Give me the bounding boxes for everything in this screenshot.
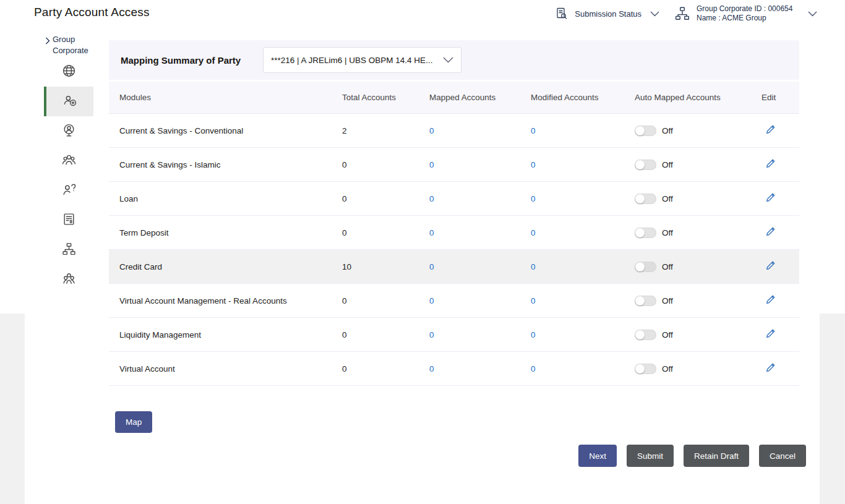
org-hierarchy-icon: [674, 6, 690, 22]
mapped-accounts-link[interactable]: 0: [429, 296, 434, 305]
mapped-accounts-link[interactable]: 0: [429, 228, 434, 237]
auto-mapped-toggle[interactable]: [635, 194, 656, 204]
table-row: Virtual Account Management - Real Accoun…: [109, 284, 799, 318]
modified-accounts-link[interactable]: 0: [531, 330, 536, 340]
table-row: Current & Savings - Conventional 2 0 0 O…: [109, 114, 799, 148]
total-accounts-value: 0: [342, 330, 429, 340]
modified-accounts-link[interactable]: 0: [531, 262, 536, 271]
total-accounts-value: 0: [342, 364, 429, 374]
column-header-auto-mapped-accounts: Auto Mapped Accounts: [635, 93, 761, 102]
module-name: Virtual Account Management - Real Accoun…: [119, 296, 342, 305]
modified-accounts-link[interactable]: 0: [531, 194, 536, 203]
auto-mapped-toggle[interactable]: [635, 262, 656, 272]
table-row: Term Deposit 0 0 0 Off: [109, 216, 799, 250]
party-selector-value: ***216 | A JRELim6 | UBS OBPM 14.4 HE...: [271, 56, 432, 65]
auto-mapped-toggle[interactable]: [635, 330, 656, 340]
sidebar-item-global[interactable]: [44, 57, 93, 87]
auto-mapped-toggle[interactable]: [635, 296, 656, 306]
submission-status-label[interactable]: Submission Status: [575, 9, 641, 19]
edit-icon[interactable]: [765, 192, 776, 203]
chevron-down-icon: [443, 57, 453, 63]
chevron-right-icon: [45, 36, 50, 47]
modified-accounts-link[interactable]: 0: [531, 160, 536, 169]
mapped-accounts-link[interactable]: 0: [429, 364, 434, 374]
submission-status-icon: [555, 7, 568, 20]
column-header-modified-accounts: Modified Accounts: [531, 93, 635, 102]
mapped-accounts-link[interactable]: 0: [429, 262, 434, 271]
total-accounts-value: 2: [342, 126, 429, 135]
chevron-down-icon[interactable]: [808, 11, 817, 17]
total-accounts-value: 0: [342, 194, 429, 203]
left-margin-strip: [0, 314, 25, 504]
footer-actions: Next Submit Retain Draft Cancel: [578, 445, 806, 467]
sidebar-item-hierarchy[interactable]: [44, 235, 93, 265]
table-header-row: Modules Total Accounts Mapped Accounts M…: [109, 82, 799, 114]
modules-table: Modules Total Accounts Mapped Accounts M…: [109, 82, 799, 386]
chevron-down-icon[interactable]: [650, 11, 659, 17]
modified-accounts-link[interactable]: 0: [531, 364, 536, 374]
auto-mapped-toggle[interactable]: [635, 364, 656, 374]
top-header: Party Account Access Submission Status: [0, 0, 845, 25]
page: Party Account Access Submission Status: [0, 0, 845, 504]
toggle-knob: [635, 126, 645, 135]
mapped-accounts-link[interactable]: 0: [429, 330, 434, 340]
sidebar-item-reports[interactable]: [44, 205, 93, 235]
table-row: Current & Savings - Islamic 0 0 0 Off: [109, 148, 799, 182]
module-name: Liquidity Management: [119, 330, 342, 340]
mapping-summary-bar: Mapping Summary of Party ***216 | A JREL…: [109, 40, 799, 80]
page-title: Party Account Access: [34, 6, 150, 19]
sidebar-item-support[interactable]: [44, 176, 93, 205]
sidebar-item-user[interactable]: [44, 116, 93, 146]
toggle-state-label: Off: [662, 364, 673, 374]
corporate-selector[interactable]: Group Corporate ID : 000654 Name : ACME …: [697, 4, 797, 23]
mapped-accounts-link[interactable]: 0: [429, 126, 434, 135]
modified-accounts-link[interactable]: 0: [531, 296, 536, 305]
edit-icon[interactable]: [765, 294, 776, 305]
edit-icon[interactable]: [765, 226, 776, 237]
column-header-total-accounts: Total Accounts: [342, 93, 429, 102]
breadcrumb-group-corporate[interactable]: Group Corporate: [45, 34, 111, 56]
sidebar: Group Corporate: [25, 34, 111, 294]
globe-icon: [62, 64, 76, 80]
next-button[interactable]: Next: [578, 445, 617, 467]
edit-icon[interactable]: [765, 158, 776, 169]
modified-accounts-link[interactable]: 0: [531, 126, 536, 135]
auto-mapped-toggle[interactable]: [635, 126, 656, 136]
edit-icon[interactable]: [765, 260, 776, 271]
total-accounts-value: 0: [342, 296, 429, 305]
toggle-knob: [635, 296, 645, 305]
breadcrumb-label: Group Corporate: [53, 34, 93, 56]
toggle-state-label: Off: [662, 228, 673, 237]
table-row: Virtual Account 0 0 0 Off: [109, 352, 799, 386]
user-profile-icon: [62, 123, 76, 140]
edit-icon[interactable]: [765, 362, 776, 373]
auto-mapped-toggle[interactable]: [635, 160, 656, 170]
module-name: Current & Savings - Conventional: [119, 126, 342, 135]
retain-draft-button[interactable]: Retain Draft: [684, 445, 749, 467]
edit-icon[interactable]: [765, 328, 776, 339]
mapped-accounts-link[interactable]: 0: [429, 160, 434, 169]
report-icon: [62, 212, 76, 229]
team-icon: [62, 271, 76, 288]
map-button[interactable]: Map: [115, 411, 152, 433]
modified-accounts-link[interactable]: 0: [531, 228, 536, 237]
toggle-state-label: Off: [662, 126, 673, 135]
cancel-button[interactable]: Cancel: [759, 445, 806, 467]
mapped-accounts-link[interactable]: 0: [429, 194, 434, 203]
sidebar-item-party-account-access[interactable]: [44, 87, 93, 116]
user-inquiry-icon: [62, 182, 76, 199]
module-name: Current & Savings - Islamic: [119, 160, 342, 169]
header-actions: Submission Status Group Corporate ID : 0…: [555, 0, 817, 27]
sidebar-item-team[interactable]: [44, 265, 93, 294]
toggle-knob: [635, 364, 645, 374]
edit-icon[interactable]: [765, 124, 776, 135]
right-margin-strip: [820, 314, 845, 504]
submit-button[interactable]: Submit: [627, 445, 674, 467]
toggle-state-label: Off: [662, 262, 673, 271]
module-name: Virtual Account: [119, 364, 342, 374]
sidebar-icon-rail: [25, 57, 111, 294]
auto-mapped-toggle[interactable]: [635, 228, 656, 238]
sidebar-item-user-group[interactable]: [44, 146, 93, 176]
user-group-icon: [62, 153, 76, 169]
party-selector-dropdown[interactable]: ***216 | A JRELim6 | UBS OBPM 14.4 HE...: [263, 47, 461, 73]
